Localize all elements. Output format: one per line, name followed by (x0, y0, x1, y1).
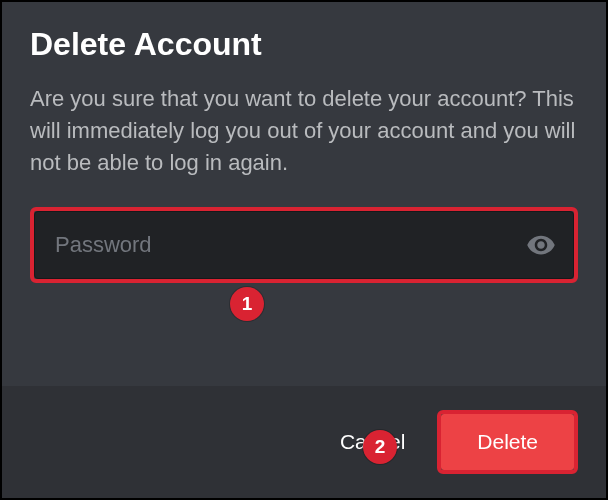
delete-button-wrapper: Delete (437, 410, 578, 474)
modal-body: Are you sure that you want to delete you… (2, 75, 606, 386)
annotation-badge-2: 2 (363, 430, 397, 464)
delete-button[interactable]: Delete (441, 414, 574, 470)
modal-footer: Cancel Delete (2, 386, 606, 498)
eye-icon[interactable] (526, 230, 556, 260)
modal-description: Are you sure that you want to delete you… (30, 83, 578, 179)
modal-header: Delete Account (2, 2, 606, 75)
password-input[interactable] (34, 211, 574, 279)
password-input-wrapper (30, 207, 578, 283)
modal-title: Delete Account (30, 26, 578, 63)
delete-account-modal: Delete Account Are you sure that you wan… (2, 2, 606, 498)
annotation-badge-1: 1 (230, 287, 264, 321)
